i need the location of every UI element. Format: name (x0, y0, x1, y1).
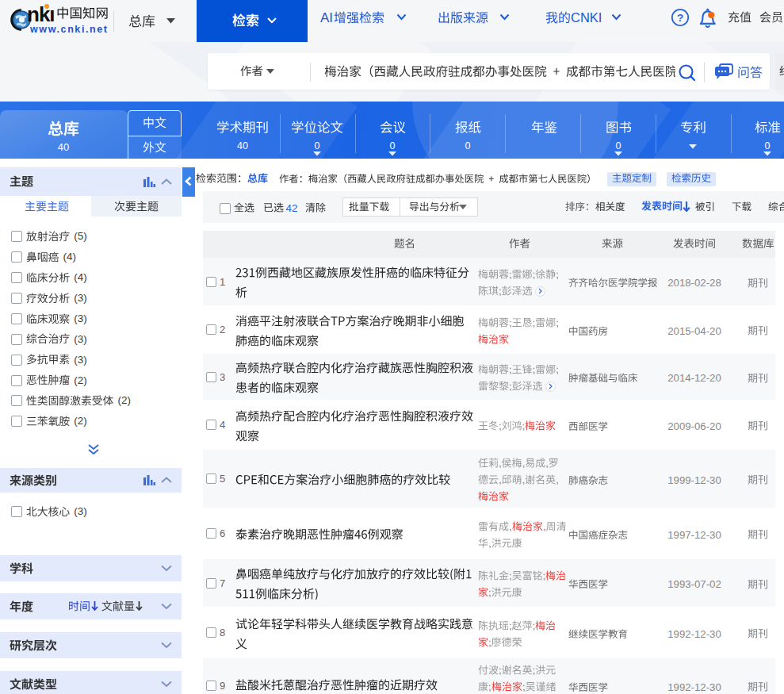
svg-text:?: ? (677, 12, 683, 24)
